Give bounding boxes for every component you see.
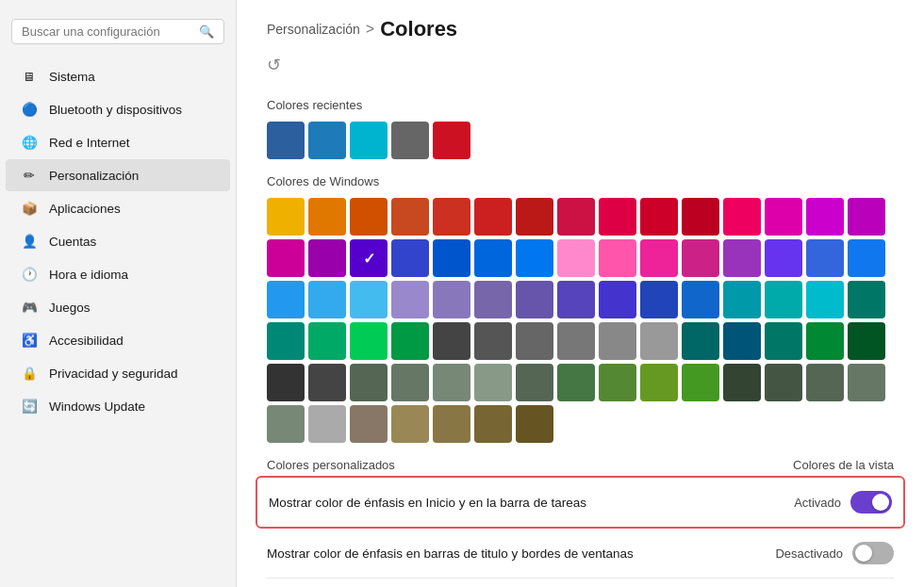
windows-color-swatch-1-4[interactable] (267, 239, 305, 277)
windows-color-swatch-7-1[interactable] (391, 405, 429, 443)
windows-color-swatch-1-10[interactable] (516, 239, 553, 277)
windows-color-swatch-5-1[interactable] (723, 322, 761, 360)
search-box[interactable]: 🔍 (11, 19, 224, 44)
windows-color-swatch-0-1[interactable] (308, 198, 346, 236)
windows-color-swatch-1-8[interactable] (433, 239, 470, 277)
toggle-taskbar[interactable] (850, 491, 892, 514)
windows-color-swatch-0-10[interactable] (682, 198, 719, 236)
windows-color-swatch-6-10[interactable] (308, 405, 346, 443)
windows-color-swatch-0-2[interactable] (350, 198, 388, 236)
windows-color-swatch-3-6[interactable] (640, 281, 678, 318)
windows-color-swatch-4-1[interactable] (267, 322, 305, 360)
windows-color-swatch-2-0[interactable] (557, 239, 595, 277)
windows-color-swatch-6-7[interactable] (806, 364, 844, 401)
windows-color-swatch-6-0[interactable] (516, 364, 553, 401)
windows-color-swatch-2-4[interactable] (723, 239, 761, 277)
windows-color-swatch-1-0[interactable] (723, 198, 761, 236)
windows-color-swatch-4-0[interactable] (848, 281, 885, 318)
windows-color-swatch-4-9[interactable] (599, 322, 636, 360)
windows-color-swatch-5-8[interactable] (391, 364, 429, 401)
sidebar-item-hora[interactable]: 🕐Hora e idioma (6, 258, 230, 290)
windows-color-swatch-0-3[interactable] (391, 198, 429, 236)
windows-color-swatch-6-4[interactable] (682, 364, 719, 401)
windows-color-swatch-1-1[interactable] (765, 198, 802, 236)
windows-color-swatch-7-2[interactable] (433, 405, 470, 443)
windows-color-swatch-4-4[interactable] (391, 322, 429, 360)
windows-color-swatch-5-6[interactable] (308, 364, 346, 401)
windows-color-swatch-5-5[interactable] (267, 364, 305, 401)
windows-color-swatch-5-7[interactable] (350, 364, 388, 401)
windows-color-swatch-0-6[interactable] (516, 198, 553, 236)
windows-color-swatch-2-8[interactable] (267, 281, 305, 318)
windows-color-swatch-2-5[interactable] (765, 239, 802, 277)
windows-color-swatch-3-3[interactable] (516, 281, 553, 318)
windows-color-swatch-1-2[interactable] (806, 198, 844, 236)
windows-color-swatch-2-10[interactable] (350, 281, 388, 318)
toggle-titlebar[interactable] (852, 542, 894, 564)
windows-color-swatch-2-3[interactable] (682, 239, 719, 277)
windows-color-swatch-4-2[interactable] (308, 322, 346, 360)
recent-color-swatch-1[interactable] (308, 122, 346, 159)
windows-color-swatch-0-9[interactable] (640, 198, 678, 236)
recent-color-swatch-0[interactable] (267, 122, 305, 159)
sidebar-item-personalizacion[interactable]: ✏Personalización (6, 159, 230, 191)
windows-color-swatch-6-3[interactable] (640, 364, 678, 401)
windows-color-swatch-0-7[interactable] (557, 198, 595, 236)
windows-color-swatch-3-7[interactable] (682, 281, 719, 318)
windows-color-swatch-5-0[interactable] (682, 322, 719, 360)
windows-color-swatch-4-3[interactable] (350, 322, 388, 360)
windows-color-swatch-0-5[interactable] (474, 198, 512, 236)
windows-color-swatch-5-10[interactable] (474, 364, 512, 401)
search-input[interactable] (22, 24, 191, 39)
sidebar-item-bluetooth[interactable]: 🔵Bluetooth y dispositivos (6, 93, 230, 125)
windows-color-swatch-1-9[interactable] (474, 239, 512, 277)
windows-color-swatch-2-2[interactable] (640, 239, 678, 277)
windows-color-swatch-6-6[interactable] (765, 364, 802, 401)
windows-color-swatch-7-3[interactable] (474, 405, 512, 443)
windows-color-swatch-3-1[interactable] (433, 281, 470, 318)
windows-color-swatch-6-5[interactable] (723, 364, 761, 401)
windows-color-swatch-6-8[interactable] (848, 364, 885, 401)
windows-color-swatch-3-8[interactable] (723, 281, 761, 318)
windows-color-swatch-3-0[interactable] (391, 281, 429, 318)
windows-color-swatch-5-2[interactable] (765, 322, 802, 360)
sidebar-item-cuentas[interactable]: 👤Cuentas (6, 225, 230, 257)
windows-color-swatch-3-4[interactable] (557, 281, 595, 318)
windows-color-swatch-0-4[interactable] (433, 198, 470, 236)
windows-color-swatch-3-2[interactable] (474, 281, 512, 318)
sidebar-item-privacidad[interactable]: 🔒Privacidad y seguridad (6, 357, 230, 389)
windows-color-swatch-2-1[interactable] (599, 239, 636, 277)
windows-color-swatch-6-2[interactable] (599, 364, 636, 401)
windows-color-swatch-3-9[interactable] (765, 281, 802, 318)
windows-color-swatch-4-6[interactable] (474, 322, 512, 360)
windows-color-swatch-5-4[interactable] (848, 322, 885, 360)
windows-color-swatch-4-8[interactable] (557, 322, 595, 360)
sidebar-item-aplicaciones[interactable]: 📦Aplicaciones (6, 192, 230, 224)
sidebar-item-red[interactable]: 🌐Red e Internet (6, 126, 230, 158)
windows-color-swatch-1-3[interactable] (848, 198, 885, 236)
recent-color-swatch-4[interactable] (433, 122, 470, 159)
sidebar-item-juegos[interactable]: 🎮Juegos (6, 291, 230, 323)
windows-color-swatch-7-0[interactable] (350, 405, 388, 443)
sidebar-item-accesibilidad[interactable]: ♿Accesibilidad (6, 324, 230, 356)
windows-color-swatch-2-9[interactable] (308, 281, 346, 318)
windows-color-swatch-1-5[interactable] (308, 239, 346, 277)
windows-color-swatch-7-4[interactable] (516, 405, 553, 443)
windows-color-swatch-3-5[interactable] (599, 281, 636, 318)
windows-color-swatch-3-10[interactable] (806, 281, 844, 318)
windows-color-swatch-6-1[interactable] (557, 364, 595, 401)
windows-color-swatch-4-5[interactable] (433, 322, 470, 360)
windows-color-swatch-2-7[interactable] (848, 239, 885, 277)
windows-color-swatch-0-8[interactable] (599, 198, 636, 236)
vista-colors-link[interactable]: Colores de la vista (793, 458, 894, 472)
recent-color-swatch-2[interactable] (350, 122, 388, 159)
windows-color-swatch-1-7[interactable] (391, 239, 429, 277)
recent-color-swatch-3[interactable] (391, 122, 429, 159)
sidebar-item-sistema[interactable]: 🖥Sistema (6, 60, 230, 92)
windows-color-swatch-4-7[interactable] (516, 322, 553, 360)
windows-color-swatch-0-0[interactable] (267, 198, 305, 236)
windows-color-swatch-5-3[interactable] (806, 322, 844, 360)
windows-color-swatch-4-10[interactable] (640, 322, 678, 360)
windows-color-swatch-6-9[interactable] (267, 405, 305, 443)
windows-color-swatch-5-9[interactable] (433, 364, 470, 401)
